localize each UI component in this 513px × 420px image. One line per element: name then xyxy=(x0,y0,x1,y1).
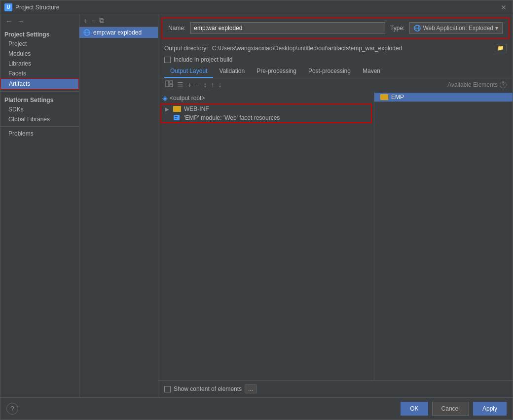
artifact-list-item-label: emp:war exploded xyxy=(93,29,142,36)
output-tool-btn-up[interactable]: ↑ xyxy=(210,81,215,89)
show-content-label: Show content of elements xyxy=(174,385,242,392)
svg-rect-6 xyxy=(166,81,169,87)
sidebar-item-artifacts[interactable]: Artifacts xyxy=(0,78,79,89)
output-root-icon: ◈ xyxy=(162,94,168,102)
add-artifact-button[interactable]: + xyxy=(82,17,88,25)
layout-icon xyxy=(165,80,173,87)
sidebar: ← → Project Settings Project Modules Lib… xyxy=(0,14,79,140)
output-root-item[interactable]: ◈ <output root> xyxy=(158,93,374,104)
main-content: ← → Project Settings Project Modules Lib… xyxy=(0,14,513,397)
project-settings-header: Project Settings xyxy=(0,28,79,39)
tab-post-processing[interactable]: Post-processing xyxy=(302,65,357,78)
name-type-row: Name: Type: Web Application: Exploded ▾ xyxy=(161,17,510,39)
folder-icon-emp xyxy=(380,94,388,100)
platform-settings-header: Platform Settings xyxy=(0,94,79,105)
svg-rect-10 xyxy=(175,116,178,117)
copy-artifact-button[interactable]: ⧉ xyxy=(98,16,105,25)
include-row: Include in project build xyxy=(158,54,513,65)
sidebar-item-libraries[interactable]: Libraries xyxy=(0,59,79,69)
tree-red-border: ▶ WEB-INF 'EMP' module xyxy=(160,104,372,123)
tree-item-web-inf-label: WEB-INF xyxy=(184,105,209,112)
main-window: U Project Structure ✕ ← → Project Settin… xyxy=(0,0,513,420)
sidebar-item-modules[interactable]: Modules xyxy=(0,49,79,59)
output-toolbar: ☰ + − ↕ ↑ ↓ Available Elements ? xyxy=(158,78,513,91)
show-content-checkbox-label[interactable]: Show content of elements xyxy=(164,385,242,392)
output-tool-btn-2[interactable]: ☰ xyxy=(176,81,184,89)
available-elements-help-icon[interactable]: ? xyxy=(500,81,507,88)
tab-validation[interactable]: Validation xyxy=(213,65,251,78)
three-dots-button[interactable]: ... xyxy=(245,385,256,393)
tab-output-layout[interactable]: Output Layout xyxy=(164,65,213,78)
artifact-list-item[interactable]: emp:war exploded xyxy=(79,27,158,38)
sidebar-item-global-libraries[interactable]: Global Libraries xyxy=(0,114,79,124)
title-bar: U Project Structure ✕ xyxy=(0,0,513,14)
bottom-checkbox-row: Show content of elements ... xyxy=(158,380,513,397)
output-dir-label: Output directory: xyxy=(164,45,208,52)
tab-maven[interactable]: Maven xyxy=(357,65,386,78)
back-button[interactable]: ← xyxy=(4,17,13,25)
type-value: Web Application: Exploded xyxy=(423,25,493,32)
type-label: Type: xyxy=(390,25,404,32)
ok-button[interactable]: OK xyxy=(401,402,428,416)
left-panel: ← → Project Settings Project Modules Lib… xyxy=(0,14,79,397)
sidebar-item-facets[interactable]: Facets xyxy=(0,69,79,78)
content-area: Name: Type: Web Application: Exploded ▾ … xyxy=(158,14,513,397)
name-label: Name: xyxy=(168,25,185,32)
avail-item-emp-label: EMP xyxy=(391,94,404,101)
available-tree: EMP xyxy=(374,91,513,380)
available-elements-label: Available Elements ? xyxy=(447,81,507,88)
sidebar-item-sdks[interactable]: SDKs xyxy=(0,105,79,114)
sidebar-item-project[interactable]: Project xyxy=(0,39,79,49)
svg-rect-11 xyxy=(175,118,177,119)
remove-artifact-button[interactable]: − xyxy=(90,17,96,25)
folder-icon-web-inf xyxy=(173,106,181,112)
output-tool-btn-1[interactable] xyxy=(164,80,174,89)
include-checkbox-label[interactable]: Include in project build xyxy=(164,56,232,63)
output-dir-value: C:\Users\wangxiaoxiao\Desktop\untitled\o… xyxy=(212,45,491,52)
tab-pre-processing[interactable]: Pre-processing xyxy=(251,65,302,78)
sidebar-divider xyxy=(0,91,79,92)
close-button[interactable]: ✕ xyxy=(499,3,509,11)
tabs-row: Output Layout Validation Pre-processing … xyxy=(158,65,513,78)
folder-icon: 📁 xyxy=(497,45,504,51)
app-icon: U xyxy=(4,3,12,11)
tree-item-emp-module-label: 'EMP' module: 'Web' facet resources xyxy=(184,114,280,121)
nav-row: ← → xyxy=(0,16,79,28)
output-dir-row: Output directory: C:\Users\wangxiaoxiao\… xyxy=(158,42,513,54)
output-split: ◈ <output root> ▶ WEB-INF xyxy=(158,91,513,380)
type-globe-icon xyxy=(414,25,421,32)
sidebar-divider-2 xyxy=(0,126,79,127)
include-checkbox[interactable] xyxy=(164,57,171,63)
include-label: Include in project build xyxy=(174,56,232,63)
file-icon-emp xyxy=(173,115,181,121)
artifact-list-area: + − ⧉ emp:war exploded xyxy=(79,14,158,397)
svg-rect-9 xyxy=(174,115,180,120)
forward-button[interactable]: → xyxy=(16,17,25,25)
cancel-button[interactable]: Cancel xyxy=(432,402,469,416)
window-title: Project Structure xyxy=(15,4,499,11)
artifact-globe-icon xyxy=(83,29,90,36)
svg-rect-7 xyxy=(170,81,173,83)
output-tool-btn-remove[interactable]: − xyxy=(194,81,200,89)
bottom-buttons: ? OK Cancel Apply xyxy=(0,397,513,420)
help-button[interactable]: ? xyxy=(6,403,18,415)
tree-item-emp-module[interactable]: 'EMP' module: 'Web' facet resources xyxy=(161,113,371,122)
avail-item-emp[interactable]: EMP xyxy=(374,93,513,102)
type-dropdown-arrow: ▾ xyxy=(495,25,498,32)
output-tool-btn-add[interactable]: + xyxy=(186,81,192,89)
svg-rect-8 xyxy=(170,84,173,87)
name-input[interactable] xyxy=(190,22,385,34)
output-root-label: <output root> xyxy=(170,95,205,102)
output-tool-btn-sort[interactable]: ↕ xyxy=(202,81,208,89)
show-content-checkbox[interactable] xyxy=(164,386,171,392)
apply-button[interactable]: Apply xyxy=(473,402,507,416)
type-select-button[interactable]: Web Application: Exploded ▾ xyxy=(409,22,503,34)
expand-arrow-web-inf[interactable]: ▶ xyxy=(165,106,171,112)
tree-item-web-inf[interactable]: ▶ WEB-INF xyxy=(161,105,371,113)
output-dir-browse-button[interactable]: 📁 xyxy=(495,44,507,52)
sidebar-item-problems[interactable]: Problems xyxy=(0,129,79,139)
artifact-toolbar: + − ⧉ xyxy=(79,14,158,27)
output-tree: ◈ <output root> ▶ WEB-INF xyxy=(158,91,374,380)
output-tool-btn-down[interactable]: ↓ xyxy=(217,81,222,89)
